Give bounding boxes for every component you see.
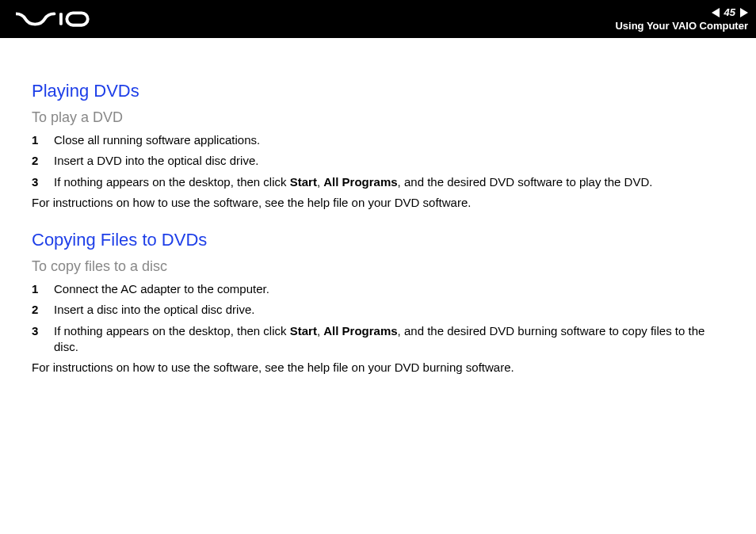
prev-page-arrow-icon[interactable] <box>712 8 720 17</box>
svg-rect-1 <box>67 13 87 25</box>
step-item: 2 Insert a DVD into the optical disc dri… <box>32 153 724 169</box>
header-nav-block: 45 Using Your VAIO Computer <box>615 6 748 32</box>
page-number: 45 <box>724 6 735 18</box>
step-text: Close all running software applications. <box>54 132 724 148</box>
step-item: 2 Insert a disc into the optical disc dr… <box>32 302 724 318</box>
section-note: For instructions on how to use the softw… <box>32 360 724 376</box>
step-text: Insert a disc into the optical disc driv… <box>54 302 724 318</box>
step-item: 3 If nothing appears on the desktop, the… <box>32 323 724 356</box>
page-nav: 45 <box>712 6 748 18</box>
step-text-bold: Start <box>290 175 317 189</box>
section-subtitle: To play a DVD <box>32 109 724 126</box>
page-header: 45 Using Your VAIO Computer <box>0 0 756 38</box>
step-item: 3 If nothing appears on the desktop, the… <box>32 174 724 190</box>
page-content: Playing DVDs To play a DVD 1 Close all r… <box>0 38 756 376</box>
step-text-bold: All Programs <box>323 175 397 189</box>
step-text-post: , and the desired DVD software to play t… <box>398 175 653 189</box>
section-title: Playing DVDs <box>32 81 724 101</box>
next-page-arrow-icon[interactable] <box>740 8 748 17</box>
section-label: Using Your VAIO Computer <box>615 20 748 32</box>
step-item: 1 Close all running software application… <box>32 132 724 148</box>
step-text-bold: Start <box>290 324 317 338</box>
vaio-logo <box>16 0 103 38</box>
step-text: Insert a DVD into the optical disc drive… <box>54 153 724 169</box>
step-text: If nothing appears on the desktop, then … <box>54 323 724 356</box>
step-text-sep: , <box>317 324 323 338</box>
step-number: 2 <box>32 153 54 169</box>
step-item: 1 Connect the AC adapter to the computer… <box>32 281 724 297</box>
step-number: 1 <box>32 132 54 148</box>
step-number: 2 <box>32 302 54 318</box>
step-number: 1 <box>32 281 54 297</box>
step-text-bold: All Programs <box>323 324 397 338</box>
section-title: Copying Files to DVDs <box>32 230 724 250</box>
step-text: Connect the AC adapter to the computer. <box>54 281 724 297</box>
step-text: If nothing appears on the desktop, then … <box>54 174 724 190</box>
step-text-sep: , <box>317 175 323 189</box>
step-number: 3 <box>32 174 54 190</box>
section-subtitle: To copy files to a disc <box>32 258 724 275</box>
step-number: 3 <box>32 323 54 339</box>
section-note: For instructions on how to use the softw… <box>32 195 724 211</box>
step-text-pre: If nothing appears on the desktop, then … <box>54 175 290 189</box>
svg-rect-0 <box>59 13 63 25</box>
step-list: 1 Connect the AC adapter to the computer… <box>32 281 724 355</box>
step-text-pre: If nothing appears on the desktop, then … <box>54 324 290 338</box>
step-list: 1 Close all running software application… <box>32 132 724 190</box>
